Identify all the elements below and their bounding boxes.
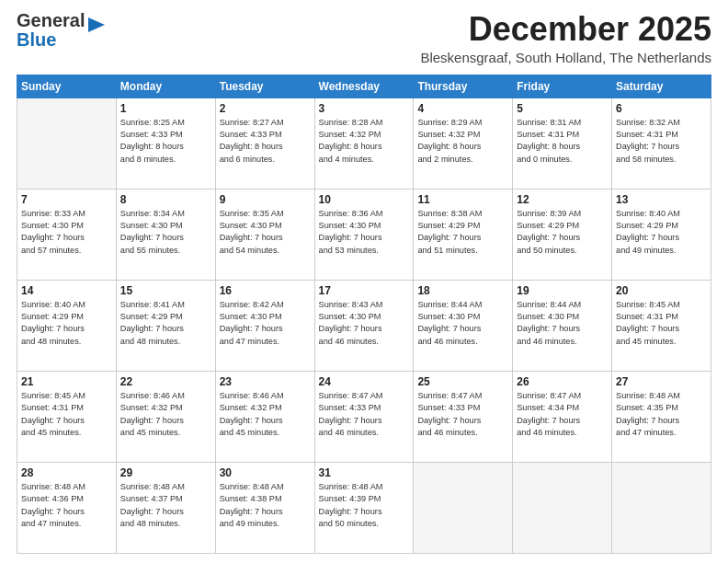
cell-info: Sunrise: 8:48 AM Sunset: 4:36 PM Dayligh…	[21, 481, 112, 530]
day-number: 16	[220, 284, 311, 297]
cell-info: Sunrise: 8:47 AM Sunset: 4:33 PM Dayligh…	[417, 390, 508, 439]
calendar-cell: 30Sunrise: 8:48 AM Sunset: 4:38 PM Dayli…	[215, 462, 314, 553]
cell-info: Sunrise: 8:47 AM Sunset: 4:34 PM Dayligh…	[517, 390, 608, 439]
header: General Blue December 2025 Bleskensgraaf…	[17, 11, 711, 65]
cell-info: Sunrise: 8:46 AM Sunset: 4:32 PM Dayligh…	[120, 390, 211, 439]
calendar-cell: 10Sunrise: 8:36 AM Sunset: 4:30 PM Dayli…	[314, 189, 414, 280]
cell-info: Sunrise: 8:45 AM Sunset: 4:31 PM Dayligh…	[616, 299, 707, 348]
calendar-cell: 23Sunrise: 8:46 AM Sunset: 4:32 PM Dayli…	[215, 371, 314, 462]
page: General Blue December 2025 Bleskensgraaf…	[0, 0, 728, 563]
day-number: 8	[120, 193, 211, 206]
weekday-header-tuesday: Tuesday	[215, 75, 314, 98]
calendar-cell: 18Sunrise: 8:44 AM Sunset: 4:30 PM Dayli…	[414, 280, 513, 371]
calendar-cell: 13Sunrise: 8:40 AM Sunset: 4:29 PM Dayli…	[612, 189, 711, 280]
calendar-cell	[513, 462, 612, 553]
calendar-cell: 14Sunrise: 8:40 AM Sunset: 4:29 PM Dayli…	[17, 280, 117, 371]
cell-info: Sunrise: 8:45 AM Sunset: 4:31 PM Dayligh…	[21, 390, 112, 439]
calendar-week-row: 14Sunrise: 8:40 AM Sunset: 4:29 PM Dayli…	[17, 280, 711, 371]
day-number: 3	[319, 102, 410, 115]
cell-info: Sunrise: 8:47 AM Sunset: 4:33 PM Dayligh…	[319, 390, 410, 439]
day-number: 6	[616, 102, 707, 115]
calendar-cell: 29Sunrise: 8:48 AM Sunset: 4:37 PM Dayli…	[116, 462, 215, 553]
calendar-cell: 11Sunrise: 8:38 AM Sunset: 4:29 PM Dayli…	[414, 189, 513, 280]
day-number: 31	[319, 466, 410, 479]
calendar-cell	[17, 98, 117, 189]
calendar-cell	[612, 462, 711, 553]
day-number: 30	[220, 466, 311, 479]
title-block: December 2025 Bleskensgraaf, South Holla…	[107, 11, 711, 65]
cell-info: Sunrise: 8:48 AM Sunset: 4:35 PM Dayligh…	[616, 390, 707, 439]
month-title: December 2025	[125, 11, 711, 48]
calendar-cell: 19Sunrise: 8:44 AM Sunset: 4:30 PM Dayli…	[513, 280, 612, 371]
cell-info: Sunrise: 8:31 AM Sunset: 4:31 PM Dayligh…	[517, 117, 608, 166]
cell-info: Sunrise: 8:35 AM Sunset: 4:30 PM Dayligh…	[220, 208, 311, 257]
calendar-week-row: 28Sunrise: 8:48 AM Sunset: 4:36 PM Dayli…	[17, 462, 711, 553]
svg-marker-0	[88, 17, 105, 32]
day-number: 27	[616, 375, 707, 388]
day-number: 14	[21, 284, 112, 297]
day-number: 4	[417, 102, 508, 115]
calendar-cell	[414, 462, 513, 553]
cell-info: Sunrise: 8:34 AM Sunset: 4:30 PM Dayligh…	[120, 208, 211, 257]
calendar-cell: 22Sunrise: 8:46 AM Sunset: 4:32 PM Dayli…	[116, 371, 215, 462]
calendar-cell: 7Sunrise: 8:33 AM Sunset: 4:30 PM Daylig…	[17, 189, 117, 280]
weekday-header-row: SundayMondayTuesdayWednesdayThursdayFrid…	[17, 75, 711, 98]
cell-info: Sunrise: 8:46 AM Sunset: 4:32 PM Dayligh…	[220, 390, 311, 439]
day-number: 5	[517, 102, 608, 115]
calendar-cell: 28Sunrise: 8:48 AM Sunset: 4:36 PM Dayli…	[17, 462, 117, 553]
cell-info: Sunrise: 8:48 AM Sunset: 4:39 PM Dayligh…	[319, 481, 410, 530]
day-number: 13	[616, 193, 707, 206]
day-number: 24	[319, 375, 410, 388]
day-number: 22	[120, 375, 211, 388]
day-number: 12	[517, 193, 608, 206]
calendar-cell: 24Sunrise: 8:47 AM Sunset: 4:33 PM Dayli…	[314, 371, 414, 462]
calendar-cell: 16Sunrise: 8:42 AM Sunset: 4:30 PM Dayli…	[215, 280, 314, 371]
calendar-week-row: 21Sunrise: 8:45 AM Sunset: 4:31 PM Dayli…	[17, 371, 711, 462]
calendar-cell: 6Sunrise: 8:32 AM Sunset: 4:31 PM Daylig…	[612, 98, 711, 189]
cell-info: Sunrise: 8:40 AM Sunset: 4:29 PM Dayligh…	[21, 299, 112, 348]
day-number: 28	[21, 466, 112, 479]
calendar-cell: 2Sunrise: 8:27 AM Sunset: 4:33 PM Daylig…	[215, 98, 314, 189]
cell-info: Sunrise: 8:42 AM Sunset: 4:30 PM Dayligh…	[220, 299, 311, 348]
day-number: 21	[21, 375, 112, 388]
cell-info: Sunrise: 8:27 AM Sunset: 4:33 PM Dayligh…	[220, 117, 311, 166]
cell-info: Sunrise: 8:48 AM Sunset: 4:37 PM Dayligh…	[120, 481, 211, 530]
cell-info: Sunrise: 8:38 AM Sunset: 4:29 PM Dayligh…	[417, 208, 508, 257]
day-number: 15	[120, 284, 211, 297]
logo: General Blue	[17, 11, 107, 50]
cell-info: Sunrise: 8:41 AM Sunset: 4:29 PM Dayligh…	[120, 299, 211, 348]
day-number: 2	[220, 102, 311, 115]
calendar-cell: 5Sunrise: 8:31 AM Sunset: 4:31 PM Daylig…	[513, 98, 612, 189]
calendar-cell: 21Sunrise: 8:45 AM Sunset: 4:31 PM Dayli…	[17, 371, 117, 462]
day-number: 10	[319, 193, 410, 206]
day-number: 29	[120, 466, 211, 479]
cell-info: Sunrise: 8:43 AM Sunset: 4:30 PM Dayligh…	[319, 299, 410, 348]
day-number: 20	[616, 284, 707, 297]
cell-info: Sunrise: 8:44 AM Sunset: 4:30 PM Dayligh…	[417, 299, 508, 348]
calendar-cell: 8Sunrise: 8:34 AM Sunset: 4:30 PM Daylig…	[116, 189, 215, 280]
day-number: 19	[517, 284, 608, 297]
day-number: 23	[220, 375, 311, 388]
cell-info: Sunrise: 8:39 AM Sunset: 4:29 PM Dayligh…	[517, 208, 608, 257]
calendar-cell: 12Sunrise: 8:39 AM Sunset: 4:29 PM Dayli…	[513, 189, 612, 280]
cell-info: Sunrise: 8:36 AM Sunset: 4:30 PM Dayligh…	[319, 208, 410, 257]
day-number: 7	[21, 193, 112, 206]
cell-info: Sunrise: 8:29 AM Sunset: 4:32 PM Dayligh…	[417, 117, 508, 166]
cell-info: Sunrise: 8:40 AM Sunset: 4:29 PM Dayligh…	[616, 208, 707, 257]
day-number: 11	[417, 193, 508, 206]
day-number: 9	[220, 193, 311, 206]
cell-info: Sunrise: 8:25 AM Sunset: 4:33 PM Dayligh…	[120, 117, 211, 166]
cell-info: Sunrise: 8:44 AM Sunset: 4:30 PM Dayligh…	[517, 299, 608, 348]
weekday-header-friday: Friday	[513, 75, 612, 98]
day-number: 18	[417, 284, 508, 297]
calendar-cell: 9Sunrise: 8:35 AM Sunset: 4:30 PM Daylig…	[215, 189, 314, 280]
location-subtitle: Bleskensgraaf, South Holland, The Nether…	[125, 50, 711, 65]
weekday-header-monday: Monday	[116, 75, 215, 98]
calendar-table: SundayMondayTuesdayWednesdayThursdayFrid…	[17, 75, 711, 554]
day-number: 17	[319, 284, 410, 297]
weekday-header-thursday: Thursday	[414, 75, 513, 98]
calendar-cell: 27Sunrise: 8:48 AM Sunset: 4:35 PM Dayli…	[612, 371, 711, 462]
cell-info: Sunrise: 8:32 AM Sunset: 4:31 PM Dayligh…	[616, 117, 707, 166]
calendar-cell: 4Sunrise: 8:29 AM Sunset: 4:32 PM Daylig…	[414, 98, 513, 189]
cell-info: Sunrise: 8:33 AM Sunset: 4:30 PM Dayligh…	[21, 208, 112, 257]
